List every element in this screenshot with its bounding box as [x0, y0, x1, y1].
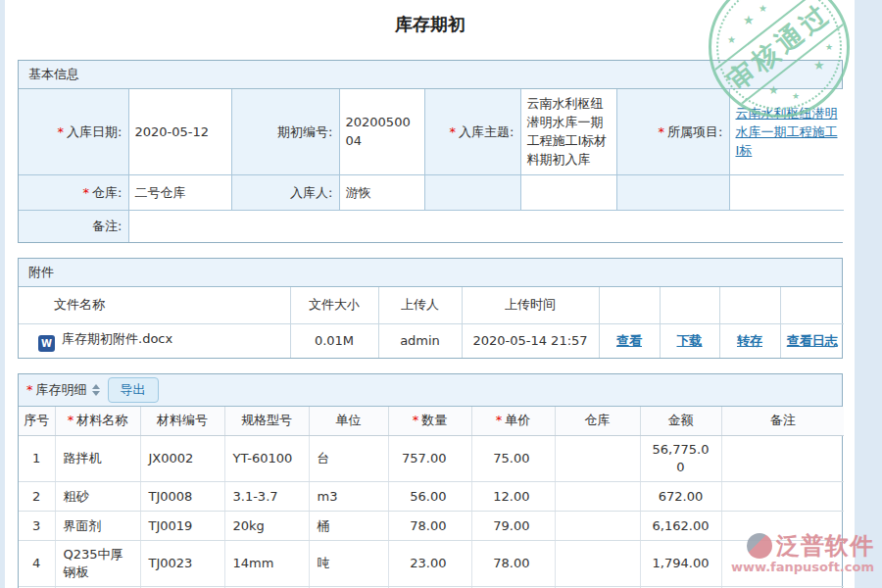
required-mark: *: [68, 413, 74, 427]
cell-material-code: TJ0008: [140, 482, 224, 512]
details-header-row: 序号 *材料名称 材料编号 规格型号 单位 *数量 *单价 仓库 金额 备注: [19, 407, 844, 436]
project-link[interactable]: 云南水利枢纽潜明水库一期工程施工I标: [736, 106, 838, 158]
action-header-empty: [780, 287, 844, 323]
remark-value: [128, 210, 844, 242]
col-header-warehouse: 仓库: [555, 407, 640, 436]
table-row: 1 路拌机 JX0002 YT-60100 台 757.00 75.00 56,…: [19, 436, 844, 482]
required-mark: *: [496, 413, 503, 427]
left-margin-strip: [0, 0, 5, 588]
inventory-details-section: *库存明细 导出 序号 *材料名称 材料编号 规格型号 单位 *数量: [18, 373, 843, 588]
right-margin-strip: [855, 0, 882, 588]
cell-no: 4: [19, 541, 55, 587]
in-date-label: *入库日期:: [19, 89, 128, 174]
col-header-material-name: *材料名称: [55, 407, 140, 436]
attachment-row: W库存期初附件.docx 0.01M admin 2020-05-14 21:5…: [19, 323, 844, 358]
inventory-opening-page: 库存期初 基本信息 *入库日期: 2020-05-12 期初编号: 202005…: [0, 0, 882, 588]
file-name-header: 文件名称: [19, 287, 290, 323]
basic-info-section: 基本信息 *入库日期: 2020-05-12 期初编号: 2020050004 …: [18, 60, 843, 243]
cell-spec: 3.1-3.7: [224, 482, 309, 512]
cell-amount: 1,794.00: [640, 541, 721, 587]
save-as-link[interactable]: 转存: [737, 333, 762, 348]
basic-info-row-2: *仓库: 二号仓库 入库人: 游恢: [19, 174, 844, 210]
cell-price: 78.00: [471, 541, 555, 587]
action-header-empty: [599, 287, 660, 323]
cell-no: 1: [19, 436, 55, 482]
file-size-header: 文件大小: [290, 287, 378, 323]
inventory-details-table: 序号 *材料名称 材料编号 规格型号 单位 *数量 *单价 仓库 金额 备注: [19, 407, 844, 588]
attachment-file-cell: W库存期初附件.docx: [19, 323, 290, 358]
attachment-upload-time: 2020-05-14 21:57: [462, 323, 599, 358]
cell-material-code: TJ0019: [140, 512, 224, 541]
col-header-unit: 单位: [309, 407, 388, 436]
cell-remark: [721, 541, 844, 587]
required-mark: *: [659, 124, 665, 139]
cell-remark: [721, 482, 844, 512]
cell-amount: 56,775.00: [640, 436, 721, 482]
required-mark: *: [450, 124, 457, 139]
in-date-value: 2020-05-12: [128, 89, 231, 174]
required-mark: *: [58, 124, 65, 139]
cell-unit: m3: [309, 482, 388, 512]
upload-time-header: 上传时间: [462, 287, 599, 323]
subject-value: 云南水利枢纽潜明水库一期工程施工I标材料期初入库: [520, 89, 616, 174]
empty-value-cell: [729, 174, 844, 210]
details-toolbar: *库存明细 导出: [19, 374, 842, 407]
cell-spec: 20kg: [224, 512, 309, 541]
cell-no: 2: [19, 482, 55, 512]
col-header-spec: 规格型号: [224, 407, 309, 436]
cell-unit: 吨: [309, 541, 388, 587]
view-log-link[interactable]: 查看日志: [787, 333, 838, 348]
cell-price: 75.00: [471, 436, 555, 482]
basic-info-row-1: *入库日期: 2020-05-12 期初编号: 2020050004 *入库主题…: [19, 89, 844, 174]
cell-material-code: JX0002: [140, 436, 224, 482]
view-link[interactable]: 查看: [616, 333, 642, 348]
cell-no: 3: [19, 512, 55, 541]
attachment-file-size: 0.01M: [290, 323, 378, 358]
cell-amount: 6,162.00: [640, 512, 721, 541]
operator-label: 入库人:: [231, 174, 339, 210]
cell-remark: [721, 436, 844, 482]
action-header-empty: [719, 287, 780, 323]
empty-label-cell: [616, 174, 729, 210]
attachments-header-row: 文件名称 文件大小 上传人 上传时间: [19, 287, 844, 323]
cell-warehouse: [555, 541, 640, 587]
download-link[interactable]: 下载: [677, 333, 703, 348]
col-header-remark: 备注: [721, 407, 844, 436]
empty-label-cell: [424, 174, 520, 210]
cell-qty: 56.00: [388, 482, 471, 512]
cell-material-name: 界面剂: [55, 512, 140, 541]
warehouse-label: *仓库:: [19, 174, 128, 210]
required-mark: *: [26, 382, 33, 397]
col-header-no: 序号: [19, 407, 55, 436]
cell-material-name: 路拌机: [55, 436, 140, 482]
required-mark: *: [83, 185, 90, 200]
subject-label: *入库主题:: [424, 89, 520, 174]
attachment-uploader: admin: [378, 323, 462, 358]
basic-info-section-title: 基本信息: [19, 61, 842, 89]
table-row: 4 Q235中厚钢板 TJ0023 14mm 吨 23.00 78.00 1,7…: [19, 541, 844, 587]
table-row: 3 界面剂 TJ0019 20kg 桶 78.00 79.00 6,162.00: [19, 512, 844, 541]
content-area: 库存期初 基本信息 *入库日期: 2020-05-12 期初编号: 202005…: [18, 0, 843, 588]
basic-info-table: *入库日期: 2020-05-12 期初编号: 2020050004 *入库主题…: [19, 89, 844, 242]
cell-price: 12.00: [471, 482, 555, 512]
word-file-icon: W: [38, 335, 55, 352]
export-button[interactable]: 导出: [108, 377, 159, 403]
uploader-header: 上传人: [378, 287, 462, 323]
opening-code-label: 期初编号:: [231, 89, 339, 174]
attachments-table: 文件名称 文件大小 上传人 上传时间 W库存期初附件.docx 0.01M ad…: [19, 287, 844, 358]
col-header-amount: 金额: [640, 407, 721, 436]
basic-info-row-3: 备注:: [19, 210, 844, 242]
cell-warehouse: [555, 436, 640, 482]
col-header-material-code: 材料编号: [140, 407, 224, 436]
project-label: *所属项目:: [616, 89, 729, 174]
cell-warehouse: [555, 512, 640, 541]
cell-warehouse: [555, 482, 640, 512]
cell-price: 79.00: [471, 512, 555, 541]
action-header-empty: [660, 287, 719, 323]
cell-qty: 757.00: [388, 436, 471, 482]
sort-icon[interactable]: [92, 384, 100, 396]
warehouse-value: 二号仓库: [128, 174, 231, 210]
cell-material-name: Q235中厚钢板: [55, 541, 140, 587]
cell-material-code: TJ0023: [140, 541, 224, 587]
cell-material-name: 粗砂: [55, 482, 140, 512]
